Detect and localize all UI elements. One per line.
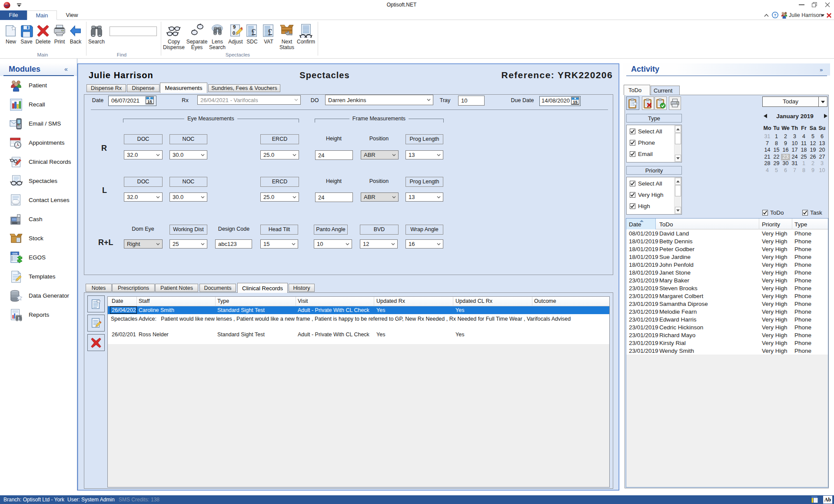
svg-text:?: ? bbox=[774, 13, 777, 17]
svg-text:9: 9 bbox=[233, 24, 236, 30]
svg-text:0: 0 bbox=[233, 30, 235, 36]
svg-text:£: £ bbox=[268, 27, 272, 37]
svg-text:GOS: GOS bbox=[12, 252, 17, 255]
svg-text:15: 15 bbox=[147, 99, 152, 104]
svg-text:NET: NET bbox=[4, 4, 10, 7]
svg-text:15: 15 bbox=[573, 99, 578, 104]
svg-text:£: £ bbox=[252, 27, 256, 37]
